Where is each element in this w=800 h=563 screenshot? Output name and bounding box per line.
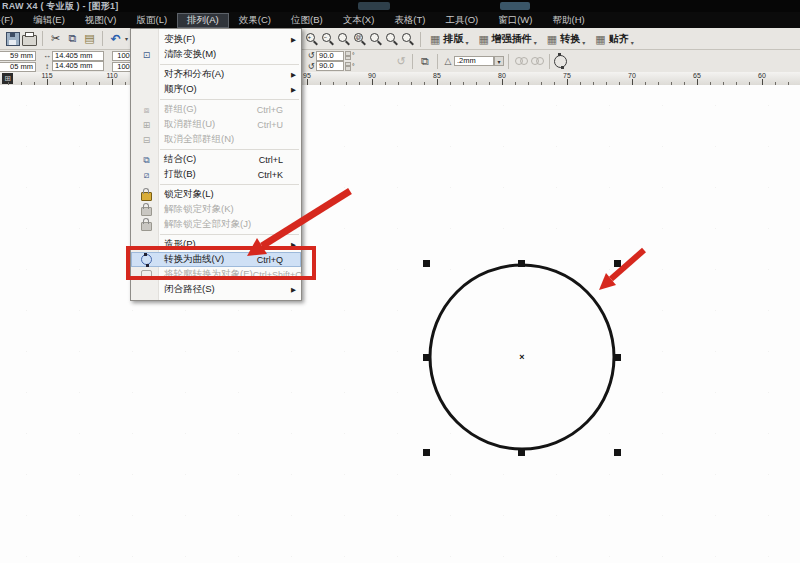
zoom-selected-icon[interactable]: @ [353, 32, 367, 46]
rotation-angle-field-2[interactable]: 90.0 [316, 61, 344, 71]
plugin-button[interactable]: ▦转换▾ [547, 32, 585, 46]
menu-item: ⧈群组(G)Ctrl+G [131, 102, 301, 117]
ruler-number: 115 [41, 72, 52, 79]
property-bar: 59 mm 05 mm ↔ 14.405 mm ↕ 14.405 mm 100.… [0, 50, 800, 73]
outline-width-dropdown-arrow[interactable]: ▾ [494, 56, 504, 66]
rotate-icon: ↺ [306, 62, 316, 71]
unlock-all-icon [135, 218, 158, 231]
plugin-button[interactable]: ▦增强插件▾ [478, 32, 536, 46]
annotation-highlight-box [126, 246, 316, 280]
angle-spinner[interactable] [345, 51, 351, 60]
copy-icon: ⧉ [69, 32, 77, 45]
menubar-item[interactable]: 工具(O) [435, 13, 488, 28]
selection-handle[interactable] [518, 449, 525, 456]
object-width-field[interactable]: 14.405 mm [52, 51, 104, 61]
selection-handle[interactable] [614, 260, 621, 267]
outline-pen-icon: △ [442, 57, 454, 66]
group-icon: ⧈ [135, 105, 158, 115]
angle-spinner[interactable] [345, 62, 351, 71]
toolbar-separator [42, 31, 43, 46]
dropdown-arrow-icon: ▾ [534, 39, 537, 46]
order-icon[interactable]: ⧉ [417, 57, 433, 66]
submenu-arrow-icon: ▶ [291, 286, 296, 294]
rotation-angle-field-1[interactable]: 90.0 [316, 51, 344, 61]
grid-icon: ▦ [595, 34, 605, 44]
object-height-field[interactable]: 14.405 mm [52, 61, 104, 71]
menubar-item[interactable]: 版面(L) [126, 13, 177, 28]
menu-separator [160, 99, 299, 100]
cut-icon: ✂ [51, 32, 60, 45]
grid-icon: ▦ [478, 34, 488, 44]
menubar-item[interactable]: 效果(C) [229, 13, 281, 28]
menu-item[interactable]: 闭合路径(S)▶ [131, 282, 301, 297]
rotate-icon: ↺ [306, 51, 316, 60]
selection-handle[interactable] [423, 260, 430, 267]
selection-handle[interactable] [423, 354, 430, 361]
menubar-item[interactable]: 位图(B) [281, 13, 333, 28]
cut-button[interactable]: ✂ [47, 30, 64, 47]
ruler-number: 85 [433, 72, 441, 79]
object-y-field[interactable]: 05 mm [0, 62, 36, 72]
ungroup-icon: ⊞ [135, 120, 158, 130]
menu-item[interactable]: 锁定对象(L) [131, 187, 301, 202]
window-titlebar: RAW X4 ( 专业版 ) - [图形1] [0, 0, 800, 12]
plugin-button[interactable]: ▦贴齐▾ [595, 32, 633, 46]
save-button[interactable] [4, 30, 21, 47]
degree-unit: ° [352, 52, 355, 59]
zoom-out-icon[interactable]: − [321, 32, 335, 46]
toolbar-left-group: ✂⧉▤↶▾ [4, 30, 128, 47]
mirror-icon: ↺ [394, 57, 408, 66]
menubar-item[interactable]: 编辑(E) [23, 13, 75, 28]
zoom-all-icon[interactable] [369, 32, 383, 46]
menubar-item[interactable]: 文件(F) [0, 13, 23, 28]
plugin-button[interactable]: ▦排版▾ [430, 32, 468, 46]
menubar-item[interactable]: 帮助(H) [542, 13, 594, 28]
zoom-in-icon[interactable]: + [305, 32, 319, 46]
zoom-page-height-icon[interactable] [401, 32, 415, 46]
zoom-page-width-icon[interactable] [385, 32, 399, 46]
menu-shortcut: Ctrl+G [257, 105, 283, 115]
menu-item[interactable]: 对齐和分布(A)▶ [131, 67, 301, 82]
object-size-group: ↔ 14.405 mm ↕ 14.405 mm [42, 51, 104, 71]
object-x-field[interactable]: 59 mm [0, 51, 36, 61]
menubar-item[interactable]: 排列(A) [177, 13, 229, 28]
undo-dropdown-arrow[interactable]: ▾ [125, 35, 128, 42]
menu-item: ⊞取消群组(U)Ctrl+U [131, 117, 301, 132]
window-title: RAW X4 ( 专业版 ) - [图形1] [0, 1, 118, 11]
selection-handle[interactable] [614, 354, 621, 361]
ruler-number: 60 [758, 72, 766, 79]
link-icon [515, 57, 527, 65]
menu-item[interactable]: ⧉结合(C)Ctrl+L [131, 152, 301, 167]
menu-item[interactable]: 变换(F)▶ [131, 32, 301, 47]
paste-icon: ▤ [84, 32, 94, 45]
save-icon [6, 32, 20, 46]
menubar-item[interactable]: 文本(X) [333, 13, 385, 28]
canvas[interactable] [0, 85, 800, 563]
menubar-item[interactable]: 窗口(W) [488, 13, 542, 28]
ruler-number: 75 [563, 72, 571, 79]
selection-handle[interactable] [423, 449, 430, 456]
selection-handle[interactable] [614, 449, 621, 456]
outline-width-select[interactable]: .2mm [454, 56, 494, 66]
clear-transform-icon: ⊡ [135, 50, 158, 60]
object-center-mark[interactable]: × [519, 352, 524, 362]
zoom-actual-icon[interactable] [337, 32, 351, 46]
menu-item[interactable]: ⧄打散(B)Ctrl+K [131, 167, 301, 182]
menu-item[interactable]: ⊡清除变换(M) [131, 47, 301, 62]
object-position-group: 59 mm 05 mm [0, 51, 36, 72]
print-button[interactable] [21, 30, 38, 47]
copy-button[interactable]: ⧉ [64, 30, 81, 47]
menu-shortcut: Ctrl+K [258, 170, 283, 180]
paste-button[interactable]: ▤ [81, 30, 98, 47]
ungroup-all-icon: ⊟ [135, 135, 158, 145]
ruler-number: 90 [368, 72, 376, 79]
selection-handle[interactable] [518, 260, 525, 267]
menu-item[interactable]: 顺序(O)▶ [131, 82, 301, 97]
print-icon [22, 35, 37, 46]
grid-icon: ▦ [430, 34, 440, 44]
menubar-item[interactable]: 表格(T) [384, 13, 435, 28]
undo-button[interactable]: ↶ [107, 30, 124, 47]
menubar-item[interactable]: 视图(V) [75, 13, 127, 28]
menu-separator [160, 234, 299, 235]
convert-to-curves-icon[interactable] [554, 55, 567, 68]
